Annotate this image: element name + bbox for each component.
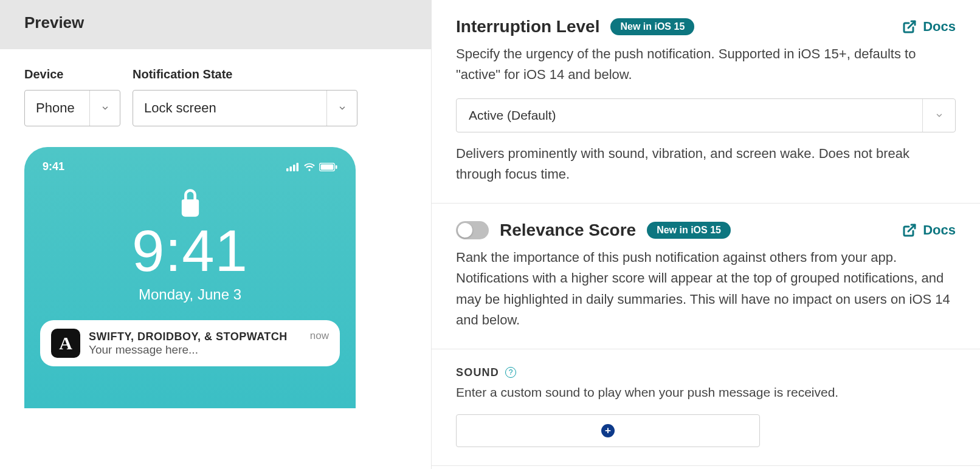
status-icons: [286, 163, 337, 171]
state-label: Notification State: [133, 67, 357, 81]
docs-link[interactable]: Docs: [902, 222, 956, 238]
plus-icon: +: [601, 424, 615, 437]
notification-app-icon: A: [51, 329, 80, 358]
chevron-down-icon: [89, 91, 120, 126]
toggle-knob: [458, 223, 472, 238]
docs-link[interactable]: Docs: [902, 19, 956, 35]
notification-title: SWIFTY, DROIDBOY, & STOPWATCH: [89, 330, 302, 343]
external-link-icon: [902, 19, 917, 34]
wifi-icon: [303, 163, 316, 171]
sound-add-button[interactable]: +: [456, 414, 760, 447]
svg-rect-6: [336, 165, 337, 169]
state-select-value: Lock screen: [133, 100, 326, 116]
ios15-badge: New in iOS 15: [610, 18, 694, 35]
notification-state-select[interactable]: Lock screen: [133, 90, 357, 126]
notification-time: now: [310, 330, 329, 342]
svg-rect-5: [321, 164, 334, 169]
external-link-icon: [902, 223, 917, 238]
lockscreen-time: 9:41: [40, 222, 340, 280]
docs-link-label: Docs: [923, 19, 956, 35]
relevance-score-section: Relevance Score New in iOS 15 Docs Rank …: [432, 204, 980, 349]
interruption-level-section: Interruption Level New in iOS 15 Docs Sp…: [432, 0, 980, 204]
sound-description: Enter a custom sound to play when your p…: [456, 385, 956, 400]
lock-icon: [40, 189, 340, 217]
notification-card: A SWIFTY, DROIDBOY, & STOPWATCH Your mes…: [40, 320, 340, 366]
battery-icon: [319, 163, 337, 171]
sound-section: SOUND ? Enter a custom sound to play whe…: [432, 349, 980, 466]
interruption-level-select[interactable]: Active (Default): [456, 98, 956, 132]
status-time: 9:41: [43, 160, 64, 173]
signal-icon: [286, 163, 300, 171]
relevance-toggle[interactable]: [456, 221, 489, 239]
docs-link-label: Docs: [923, 222, 956, 238]
relevance-description: Rank the importance of this push notific…: [456, 247, 956, 330]
device-select-value: Phone: [25, 100, 89, 116]
sound-label: SOUND: [456, 366, 499, 379]
ios15-badge: New in iOS 15: [647, 222, 731, 239]
notification-message: Your message here...: [89, 343, 302, 357]
svg-rect-2: [293, 165, 295, 171]
svg-rect-0: [286, 168, 289, 171]
preview-header: Preview: [0, 0, 431, 49]
preview-title: Preview: [24, 13, 407, 32]
svg-rect-3: [297, 163, 299, 171]
interruption-title: Interruption Level: [456, 17, 599, 36]
relevance-title: Relevance Score: [500, 221, 636, 240]
device-label: Device: [24, 67, 120, 81]
help-icon[interactable]: ?: [505, 367, 516, 378]
chevron-down-icon: [326, 91, 357, 126]
device-select[interactable]: Phone: [24, 90, 120, 126]
svg-rect-1: [290, 166, 292, 171]
interruption-description: Specify the urgency of the push notifica…: [456, 44, 956, 85]
lockscreen-date: Monday, June 3: [40, 286, 340, 303]
chevron-down-icon: [922, 99, 955, 132]
phone-preview: 9:41 9:41 Monday, June 3 A SWIFTY, DROID…: [24, 147, 356, 408]
interruption-select-value: Active (Default): [457, 108, 922, 123]
interruption-helper-text: Delivers prominently with sound, vibrati…: [456, 143, 956, 185]
